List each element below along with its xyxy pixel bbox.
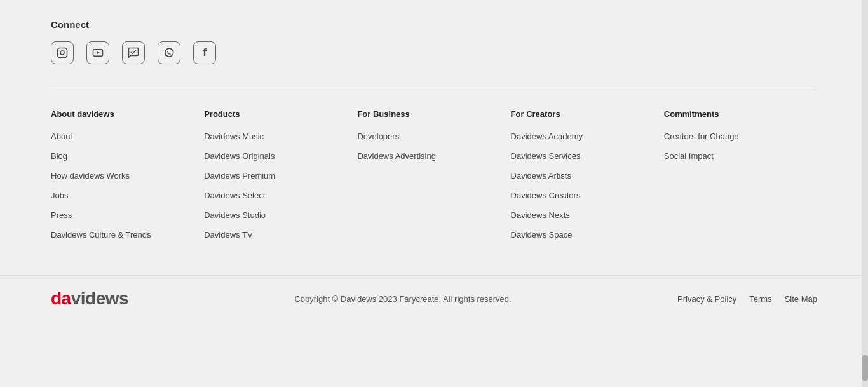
footer-col-3: For CreatorsDavidews AcademyDavidews Ser… bbox=[511, 109, 664, 250]
footer-col-2: For BusinessDevelopersDavidews Advertisi… bbox=[357, 109, 510, 250]
legal-link-site-map[interactable]: Site Map bbox=[785, 294, 817, 304]
footer-col-4: CommitmentsCreators for ChangeSocial Imp… bbox=[664, 109, 817, 250]
footer-col-title-2: For Business bbox=[357, 109, 510, 119]
youtube-icon[interactable] bbox=[86, 41, 109, 64]
footer-link-davidews-tv[interactable]: Davidews TV bbox=[204, 230, 357, 240]
svg-rect-0 bbox=[58, 48, 67, 58]
instagram-icon[interactable] bbox=[51, 41, 74, 64]
social-icons-row: f bbox=[51, 41, 817, 64]
footer-bottom: davidews Copyright © Davidews 2023 Faryc… bbox=[0, 275, 868, 322]
footer-col-title-1: Products bbox=[204, 109, 357, 119]
footer-link-davidews-nexts[interactable]: Davidews Nexts bbox=[511, 210, 664, 220]
footer-link-about[interactable]: About bbox=[51, 132, 204, 141]
footer-link-blog[interactable]: Blog bbox=[51, 151, 204, 161]
whatsapp-icon[interactable] bbox=[158, 41, 180, 64]
svg-point-2 bbox=[64, 50, 65, 51]
scrollbar[interactable] bbox=[862, 0, 868, 387]
footer-link-davidews-creators[interactable]: Davidews Creators bbox=[511, 191, 664, 200]
section-divider bbox=[51, 90, 817, 90]
facebook-icon[interactable]: f bbox=[193, 41, 216, 64]
svg-point-1 bbox=[60, 51, 64, 55]
footer-link-creators-for-change[interactable]: Creators for Change bbox=[664, 132, 817, 141]
footer-col-title-0: About davidews bbox=[51, 109, 204, 119]
logo[interactable]: davidews bbox=[51, 289, 128, 309]
footer-link-davidews-space[interactable]: Davidews Space bbox=[511, 230, 664, 240]
footer-link-davidews-studio[interactable]: Davidews Studio bbox=[204, 210, 357, 220]
footer-link-davidews-originals[interactable]: Davidews Originals bbox=[204, 151, 357, 161]
footer-link-davidews-artists[interactable]: Davidews Artists bbox=[511, 171, 664, 180]
footer-link-davidews-academy[interactable]: Davidews Academy bbox=[511, 132, 664, 141]
copyright-text: Copyright © Davidews 2023 Farycreate. Al… bbox=[141, 294, 665, 304]
footer-link-jobs[interactable]: Jobs bbox=[51, 191, 204, 200]
messenger-icon[interactable] bbox=[122, 41, 145, 64]
footer-link-davidews-premium[interactable]: Davidews Premium bbox=[204, 171, 357, 180]
footer-link-social-impact[interactable]: Social Impact bbox=[664, 151, 817, 161]
footer-link-davidews-select[interactable]: Davidews Select bbox=[204, 191, 357, 200]
connect-title: Connect bbox=[51, 19, 817, 30]
svg-marker-4 bbox=[97, 51, 100, 55]
footer-col-1: ProductsDavidews MusicDavidews Originals… bbox=[204, 109, 357, 250]
footer-col-title-4: Commitments bbox=[664, 109, 817, 119]
legal-link-privacy-&-policy[interactable]: Privacy & Policy bbox=[677, 294, 736, 304]
footer-col-0: About davidewsAboutBlogHow davidews Work… bbox=[51, 109, 204, 250]
footer-link-press[interactable]: Press bbox=[51, 210, 204, 220]
scrollbar-thumb[interactable] bbox=[862, 355, 868, 381]
legal-link-terms[interactable]: Terms bbox=[749, 294, 771, 304]
footer-legal-links: Privacy & PolicyTermsSite Map bbox=[677, 294, 817, 304]
footer-link-developers[interactable]: Developers bbox=[357, 132, 510, 141]
footer-link-davidews-culture-&-trends[interactable]: Davidews Culture & Trends bbox=[51, 230, 204, 240]
footer-link-davidews-music[interactable]: Davidews Music bbox=[204, 132, 357, 141]
footer-link-davidews-advertising[interactable]: Davidews Advertising bbox=[357, 151, 510, 161]
footer-links-section: About davidewsAboutBlogHow davidews Work… bbox=[51, 109, 817, 275]
logo-videws: videws bbox=[71, 289, 128, 308]
logo-da: da bbox=[51, 289, 71, 308]
footer-link-how-davidews-works[interactable]: How davidews Works bbox=[51, 171, 204, 180]
footer-link-davidews-services[interactable]: Davidews Services bbox=[511, 151, 664, 161]
footer-col-title-3: For Creators bbox=[511, 109, 664, 119]
